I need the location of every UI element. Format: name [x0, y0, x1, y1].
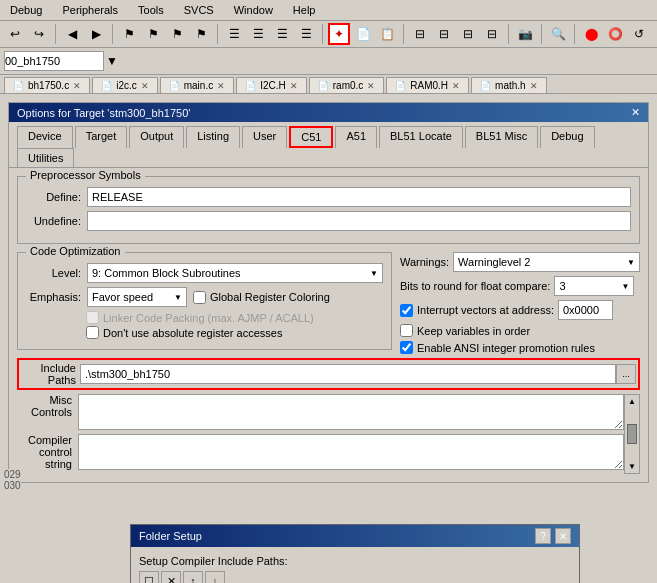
folder-setup-help-icon[interactable]: ? — [535, 528, 551, 544]
folder-up-button[interactable]: ↑ — [183, 571, 203, 583]
tab-i2cc-close[interactable]: ✕ — [141, 81, 149, 91]
list3-button[interactable]: ☰ — [271, 23, 293, 45]
abs-reg-checkbox[interactable] — [86, 326, 99, 339]
circle-button[interactable]: ⭕ — [604, 23, 626, 45]
align2-button[interactable]: ⊟ — [433, 23, 455, 45]
tab-output[interactable]: Output — [129, 126, 184, 148]
tab-bl51-misc[interactable]: BL51 Misc — [465, 126, 538, 148]
photo-button[interactable]: 📷 — [514, 23, 536, 45]
misc-textarea[interactable] — [78, 394, 624, 430]
define-label: Define: — [26, 191, 81, 203]
abs-reg-label: Don't use absolute register accesses — [103, 327, 282, 339]
list2-button[interactable]: ☰ — [247, 23, 269, 45]
interrupt-checkbox[interactable] — [400, 304, 413, 317]
right-scrollbar[interactable]: ▲ ▼ — [624, 394, 640, 474]
tab-mathh-close[interactable]: ✕ — [530, 81, 538, 91]
list1-button[interactable]: ☰ — [223, 23, 245, 45]
tab-user[interactable]: User — [242, 126, 287, 148]
tab-a51[interactable]: A51 — [335, 126, 377, 148]
tab-listing[interactable]: Listing — [186, 126, 240, 148]
tab-i2ch[interactable]: 📄 I2C.H ✕ — [236, 77, 307, 93]
tab-ram0h-close[interactable]: ✕ — [452, 81, 460, 91]
list4-button[interactable]: ☰ — [295, 23, 317, 45]
flag4-button[interactable]: ⚑ — [190, 23, 212, 45]
emphasis-dropdown[interactable]: Favor speed ▼ — [87, 287, 187, 307]
folder-delete-button[interactable]: ✕ — [161, 571, 181, 583]
warnings-arrow: ▼ — [627, 258, 635, 267]
emphasis-arrow: ▼ — [174, 293, 182, 302]
project-name-input[interactable] — [4, 51, 104, 71]
flag2-button[interactable]: ⚑ — [142, 23, 164, 45]
menu-tools[interactable]: Tools — [132, 2, 170, 18]
tab-i2cc[interactable]: 📄 i2c.c ✕ — [92, 77, 158, 93]
align1-button[interactable]: ⊟ — [409, 23, 431, 45]
scroll-down-icon[interactable]: ▼ — [628, 462, 636, 471]
tab-debug[interactable]: Debug — [540, 126, 594, 148]
red-circle-button[interactable]: ⬤ — [580, 23, 602, 45]
tab-ram0c-close[interactable]: ✕ — [367, 81, 375, 91]
align4-button[interactable]: ⊟ — [481, 23, 503, 45]
undo-button[interactable]: ↩ — [4, 23, 26, 45]
tab-ram0c[interactable]: 📄 ram0.c ✕ — [309, 77, 385, 93]
tab-target[interactable]: Target — [75, 126, 128, 148]
tab-mathh[interactable]: 📄 math.h ✕ — [471, 77, 547, 93]
separator-5 — [403, 24, 404, 44]
flag3-button[interactable]: ⚑ — [166, 23, 188, 45]
back-button[interactable]: ◀ — [61, 23, 83, 45]
tab-bl51-locate[interactable]: BL51 Locate — [379, 126, 463, 148]
search-button[interactable]: 🔍 — [547, 23, 569, 45]
magic-wand-button[interactable]: ✦ — [328, 23, 350, 45]
file3-button[interactable]: 📋 — [376, 23, 398, 45]
tab-mainc[interactable]: 📄 main.c ✕ — [160, 77, 234, 93]
project-dropdown-button[interactable]: ▼ — [104, 50, 120, 72]
folder-new-button[interactable]: ☐ — [139, 571, 159, 583]
tab-utilities[interactable]: Utilities — [17, 148, 74, 167]
align3-button[interactable]: ⊟ — [457, 23, 479, 45]
tab-ram0h[interactable]: 📄 RAM0.H ✕ — [386, 77, 469, 93]
separator-6 — [508, 24, 509, 44]
menu-peripherals[interactable]: Peripherals — [56, 2, 124, 18]
compiler-textarea[interactable] — [78, 434, 624, 470]
folder-setup-close-button[interactable]: ✕ — [555, 528, 571, 544]
i2ch-icon: 📄 — [245, 81, 256, 91]
menu-svcs[interactable]: SVCS — [178, 2, 220, 18]
include-input[interactable] — [80, 364, 616, 384]
include-browse-button[interactable]: ... — [616, 364, 636, 384]
folder-down-button[interactable]: ↓ — [205, 571, 225, 583]
global-reg-checkbox[interactable] — [193, 291, 206, 304]
file2-button[interactable]: 📄 — [352, 23, 374, 45]
folder-setup-controls: ? ✕ — [535, 528, 571, 544]
tab-bh1750c-close[interactable]: ✕ — [73, 81, 81, 91]
forward-button[interactable]: ▶ — [85, 23, 107, 45]
interrupt-label: Interrupt vectors at address: — [417, 304, 554, 316]
warnings-dropdown[interactable]: Warninglevel 2 ▼ — [453, 252, 640, 272]
tab-mainc-close[interactable]: ✕ — [217, 81, 225, 91]
interrupt-addr-input[interactable] — [558, 300, 613, 320]
separator-2 — [112, 24, 113, 44]
menu-debug[interactable]: Debug — [4, 2, 48, 18]
redo-button[interactable]: ↪ — [28, 23, 50, 45]
menu-window[interactable]: Window — [228, 2, 279, 18]
flag1-button[interactable]: ⚑ — [118, 23, 140, 45]
dialog-close-button[interactable]: ✕ — [631, 106, 640, 119]
undefine-input[interactable] — [87, 211, 631, 231]
refresh-button[interactable]: ↺ — [628, 23, 650, 45]
include-paths-row: Include Paths ... — [17, 358, 640, 390]
scroll-up-icon[interactable]: ▲ — [628, 397, 636, 406]
bits-dropdown[interactable]: 3 ▼ — [554, 276, 634, 296]
code-opt-section: Code Optimization Level: 9: Common Block… — [17, 252, 640, 358]
tab-bh1750c[interactable]: 📄 bh1750.c ✕ — [4, 77, 90, 93]
tab-c51[interactable]: C51 — [289, 126, 333, 148]
ansi-checkbox[interactable] — [400, 341, 413, 354]
menu-help[interactable]: Help — [287, 2, 322, 18]
keep-vars-checkbox[interactable] — [400, 324, 413, 337]
folder-toolbar: ☐ ✕ ↑ ↓ — [139, 571, 571, 583]
undefine-label: Undefine: — [26, 215, 81, 227]
tab-device[interactable]: Device — [17, 126, 73, 148]
define-input[interactable] — [87, 187, 631, 207]
folder-setup-title-text: Folder Setup — [139, 530, 202, 542]
tab-i2ch-close[interactable]: ✕ — [290, 81, 298, 91]
ram0c-icon: 📄 — [318, 81, 329, 91]
level-dropdown[interactable]: 9: Common Block Subroutines ▼ — [87, 263, 383, 283]
toolbar: ↩ ↪ ◀ ▶ ⚑ ⚑ ⚑ ⚑ ☰ ☰ ☰ ☰ ✦ 📄 📋 ⊟ ⊟ ⊟ ⊟ 📷 … — [0, 21, 657, 48]
